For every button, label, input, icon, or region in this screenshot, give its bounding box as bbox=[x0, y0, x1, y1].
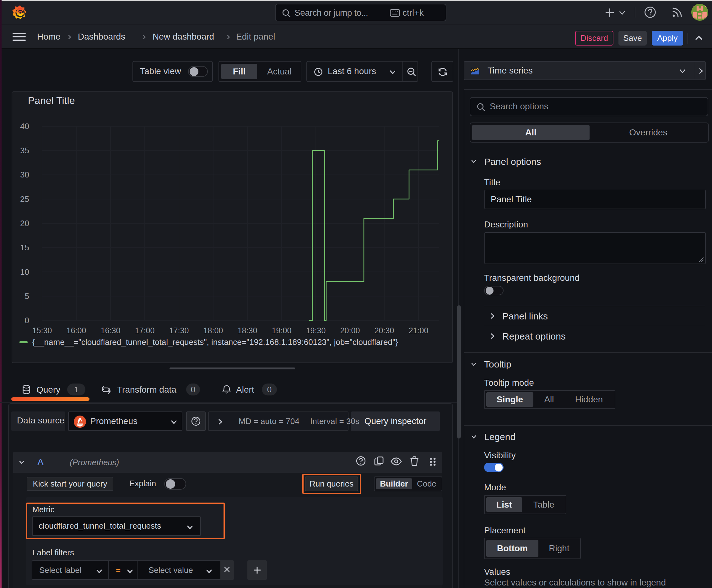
svg-text:10: 10 bbox=[20, 267, 29, 277]
svg-text:5: 5 bbox=[25, 292, 29, 301]
svg-text:19:00: 19:00 bbox=[272, 326, 292, 335]
svg-text:17:30: 17:30 bbox=[169, 326, 189, 335]
svg-text:40: 40 bbox=[20, 122, 29, 131]
svg-text:18:30: 18:30 bbox=[238, 326, 257, 335]
svg-text:21:00: 21:00 bbox=[409, 326, 429, 335]
svg-text:17:00: 17:00 bbox=[135, 326, 155, 335]
svg-text:20: 20 bbox=[20, 218, 29, 228]
svg-text:35: 35 bbox=[20, 146, 29, 155]
svg-text:18:00: 18:00 bbox=[203, 326, 223, 335]
svg-text:20:00: 20:00 bbox=[340, 326, 360, 335]
svg-text:30: 30 bbox=[20, 170, 29, 180]
svg-text:20:30: 20:30 bbox=[374, 326, 394, 335]
svg-text:{__name__="cloudflared_tunnel_: {__name__="cloudflared_tunnel_total_requ… bbox=[33, 337, 398, 347]
svg-text:15: 15 bbox=[20, 243, 29, 252]
svg-text:0: 0 bbox=[25, 316, 29, 325]
svg-text:25: 25 bbox=[20, 194, 29, 204]
svg-text:16:30: 16:30 bbox=[101, 326, 121, 335]
svg-text:15:30: 15:30 bbox=[33, 326, 52, 335]
svg-text:19:30: 19:30 bbox=[306, 326, 326, 335]
svg-text:16:00: 16:00 bbox=[67, 326, 86, 335]
